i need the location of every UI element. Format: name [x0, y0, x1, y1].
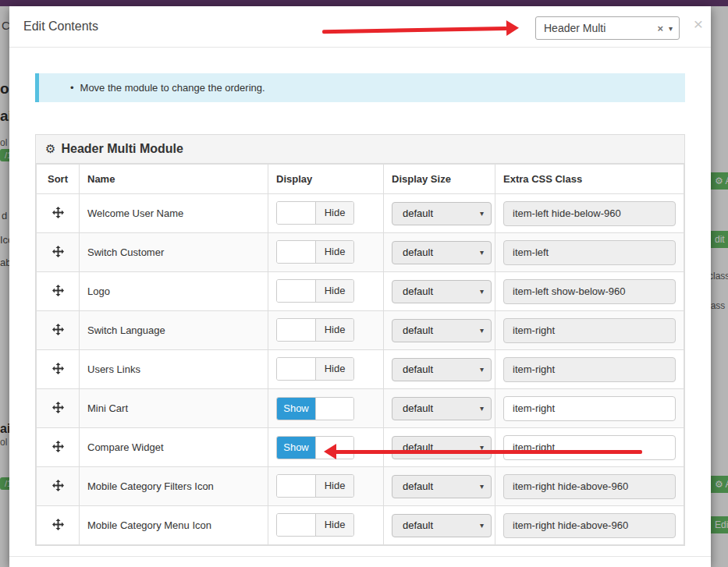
toggle-handle [277, 319, 315, 341]
table-row: Mobile Category Filters Icon Hide defaul… [37, 467, 684, 506]
toggle-label: Hide [315, 475, 353, 497]
edit-contents-modal: Edit Contents Header Multi × ▾ × •Move t… [9, 6, 711, 567]
module-name: Welcome User Name [80, 194, 268, 233]
display-size-select[interactable]: default▾ [392, 514, 492, 537]
chevron-down-icon: ▾ [480, 521, 484, 530]
display-toggle[interactable]: Hide [276, 279, 354, 303]
select-value: default [403, 285, 433, 297]
select-value: default [403, 480, 433, 492]
header-multi-module-panel: ⚙ Header Multi Module Sort Name Display … [35, 134, 685, 546]
display-size-select[interactable]: default▾ [392, 358, 492, 381]
modal-title: Edit Contents [23, 19, 98, 34]
move-icon[interactable] [52, 402, 64, 413]
column-header-extra-css: Extra CSS Class [495, 165, 684, 194]
toggle-handle [277, 514, 315, 536]
css-class-input[interactable] [503, 279, 676, 304]
table-row: Compare Widget Show default▾ [37, 428, 684, 467]
toggle-label: Show [277, 398, 315, 420]
module-select[interactable]: Header Multi × ▾ [535, 16, 680, 40]
display-size-select[interactable]: default▾ [392, 436, 492, 459]
toggle-handle [277, 475, 315, 497]
move-icon[interactable] [52, 363, 64, 374]
module-name: Switch Language [80, 311, 268, 350]
display-toggle[interactable]: Show [276, 436, 354, 459]
display-toggle[interactable]: Hide [276, 513, 354, 537]
display-toggle[interactable]: Hide [276, 357, 354, 381]
module-name: Mobile Category Filters Icon [80, 467, 268, 506]
display-size-select[interactable]: default▾ [392, 241, 492, 264]
select-value: default [403, 363, 433, 375]
chevron-down-icon: ▾ [480, 287, 484, 296]
column-header-sort: Sort [37, 165, 80, 194]
toggle-handle [277, 202, 315, 224]
table-row: Logo Hide default▾ [37, 272, 684, 311]
toggle-handle [315, 437, 353, 459]
chevron-down-icon: ▾ [480, 365, 484, 374]
css-class-input[interactable] [503, 435, 676, 460]
move-icon[interactable] [52, 480, 64, 491]
move-icon[interactable] [52, 207, 64, 218]
module-name: Logo [80, 272, 268, 311]
display-size-select[interactable]: default▾ [392, 319, 492, 342]
toggle-label: Hide [315, 202, 353, 224]
display-toggle[interactable]: Hide [276, 318, 354, 342]
move-icon[interactable] [52, 519, 64, 530]
select-value: default [403, 207, 433, 219]
modal-header: Edit Contents Header Multi × ▾ × [9, 6, 711, 48]
display-toggle[interactable]: Hide [276, 474, 354, 498]
toggle-label: Hide [315, 358, 353, 380]
module-name: Mini Cart [80, 389, 268, 428]
chevron-down-icon: ▾ [669, 24, 673, 33]
display-size-select[interactable]: default▾ [392, 202, 492, 225]
module-name: Users Links [80, 350, 268, 389]
chevron-down-icon: ▾ [480, 209, 484, 218]
close-icon[interactable]: × [691, 12, 706, 35]
toggle-label: Show [277, 437, 315, 459]
module-name: Compare Widget [80, 428, 268, 467]
table-row: Users Links Hide default▾ [37, 350, 684, 389]
toggle-label: Hide [315, 319, 353, 341]
display-toggle[interactable]: Show [276, 397, 354, 420]
cogs-icon: ⚙ [45, 142, 55, 156]
info-alert: •Move the module to change the ordering. [35, 73, 685, 102]
bullet-icon: • [70, 82, 74, 94]
chevron-down-icon: ▾ [480, 326, 484, 335]
move-icon[interactable] [52, 441, 64, 452]
alert-message: Move the module to change the ordering. [80, 82, 265, 94]
css-class-input[interactable] [503, 201, 676, 226]
move-icon[interactable] [52, 246, 64, 257]
admin-top-bar [0, 0, 728, 6]
panel-header: ⚙ Header Multi Module [36, 135, 684, 164]
display-toggle[interactable]: Hide [276, 240, 354, 264]
toggle-handle [277, 280, 315, 302]
column-header-display-size: Display Size [384, 165, 495, 194]
display-toggle[interactable]: Hide [276, 201, 354, 225]
table-header-row: Sort Name Display Display Size Extra CSS… [37, 165, 684, 194]
move-icon[interactable] [52, 285, 64, 296]
move-icon[interactable] [52, 324, 64, 335]
chevron-down-icon: ▾ [480, 482, 484, 491]
clear-icon[interactable]: × [657, 23, 663, 34]
modal-footer [9, 556, 711, 567]
display-size-select[interactable]: default▾ [392, 397, 492, 420]
module-name: Mobile Category Menu Icon [80, 506, 268, 545]
table-row: Welcome User Name Hide default▾ [37, 194, 684, 233]
display-size-select[interactable]: default▾ [392, 280, 492, 303]
css-class-input[interactable] [503, 513, 676, 538]
select-value: default [403, 246, 433, 258]
css-class-input[interactable] [503, 357, 676, 382]
modules-table: Sort Name Display Display Size Extra CSS… [36, 164, 684, 545]
display-size-select[interactable]: default▾ [392, 475, 492, 498]
css-class-input[interactable] [503, 474, 676, 499]
module-name: Switch Customer [80, 233, 268, 272]
chevron-down-icon: ▾ [480, 248, 484, 257]
select-value: default [403, 324, 433, 336]
table-row: Mini Cart Show default▾ [37, 389, 684, 428]
css-class-input[interactable] [503, 318, 676, 343]
toggle-handle [277, 241, 315, 263]
toggle-handle [277, 358, 315, 380]
modal-body: •Move the module to change the ordering.… [9, 48, 711, 556]
css-class-input[interactable] [503, 240, 676, 265]
toggle-label: Hide [315, 280, 353, 302]
css-class-input[interactable] [503, 396, 676, 421]
